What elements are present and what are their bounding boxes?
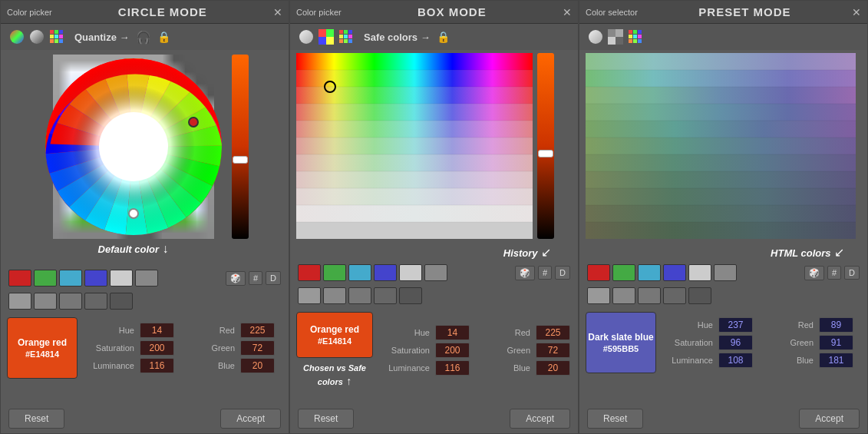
- swatch-gray3[interactable]: [59, 293, 82, 310]
- box-swatches-row2: [290, 284, 578, 307]
- preset-red-value[interactable]: [819, 317, 853, 333]
- preset-swatch-gray[interactable]: [688, 264, 711, 281]
- box-swatch-green[interactable]: [323, 264, 346, 281]
- preset-green-value[interactable]: [819, 335, 853, 350]
- box-accept-button[interactable]: Accept: [510, 409, 570, 429]
- circle-brightness-handle[interactable]: [233, 156, 248, 164]
- preset-color-preview[interactable]: Dark slate blue #595BB5: [586, 312, 656, 373]
- color-wheel-container[interactable]: Default color ↓: [41, 55, 226, 239]
- preset-swatch-blue[interactable]: [663, 264, 686, 281]
- svg-rect-60: [608, 37, 616, 45]
- swatch-gray5[interactable]: [110, 293, 133, 310]
- swatch-light-gray[interactable]: [110, 270, 133, 287]
- box-swatch-blue[interactable]: [374, 264, 397, 281]
- swatch-green[interactable]: [34, 270, 57, 287]
- circle-brightness-slider[interactable]: [232, 55, 249, 239]
- box-circle-mode-icon[interactable]: [298, 28, 315, 45]
- preset-swatch-gray4[interactable]: [663, 287, 686, 304]
- box-d-button[interactable]: D: [555, 266, 570, 280]
- box-brightness-slider[interactable]: [537, 53, 554, 239]
- box-hash-button[interactable]: #: [538, 266, 552, 280]
- box-color-preview-chosen[interactable]: Orange red #E14814: [296, 312, 373, 358]
- preset-reset-button[interactable]: Reset: [587, 409, 643, 429]
- box-close-button[interactable]: ✕: [563, 6, 572, 18]
- box-swatch-gray4[interactable]: [374, 287, 397, 304]
- circle-dice-button[interactable]: 🎲: [226, 271, 246, 286]
- svg-rect-68: [629, 39, 632, 43]
- preset-swatch-mid-gray[interactable]: [714, 264, 737, 281]
- box-swatch-teal[interactable]: [348, 264, 371, 281]
- preset-d-button[interactable]: D: [844, 266, 860, 280]
- box-swatch-gray3[interactable]: [348, 287, 371, 304]
- box-red-value[interactable]: [536, 325, 570, 340]
- box-swatch-red[interactable]: [298, 264, 321, 281]
- circle-accept-button[interactable]: Accept: [220, 409, 281, 429]
- preset-color-grid-svg[interactable]: [586, 53, 856, 239]
- preset-color-info: Dark slate blue #595BB5 Hue Red Saturati…: [579, 307, 867, 378]
- box-swatch-gray[interactable]: [399, 264, 422, 281]
- preset-swatch-gray5[interactable]: [688, 287, 711, 304]
- preset-swatch-gray1[interactable]: [587, 287, 610, 304]
- box-reset-button[interactable]: Reset: [298, 409, 354, 429]
- color-wheel-svg[interactable]: [41, 55, 226, 239]
- box-swatch-gray1[interactable]: [298, 287, 321, 304]
- box-color-grid[interactable]: [296, 53, 533, 242]
- circle-blue-value[interactable]: [240, 358, 275, 373]
- box-swatch-mid-gray[interactable]: [424, 264, 447, 281]
- preset-hash-button[interactable]: #: [827, 266, 841, 280]
- preset-blue-value[interactable]: [819, 353, 853, 368]
- preset-lum-label: Luminance: [662, 353, 716, 368]
- box-lum-value[interactable]: [435, 360, 470, 376]
- box-sat-value[interactable]: [435, 343, 470, 358]
- preset-accept-button[interactable]: Accept: [799, 409, 860, 429]
- circle-close-button[interactable]: ✕: [273, 6, 282, 18]
- preset-hue-value[interactable]: [718, 317, 753, 333]
- preset-lum-value[interactable]: [718, 353, 753, 368]
- preset-swatch-green[interactable]: [612, 264, 635, 281]
- circle-red-value[interactable]: [240, 323, 275, 338]
- grid-mode-icon[interactable]: [48, 28, 65, 45]
- box-color-grid-svg[interactable]: [296, 53, 533, 239]
- box-color-mode-icon[interactable]: [318, 28, 335, 45]
- box-blue-label: Blue: [480, 360, 533, 376]
- preset-sat-value[interactable]: [718, 335, 753, 350]
- preset-swatch-gray3[interactable]: [638, 287, 661, 304]
- swatch-mid-gray[interactable]: [135, 270, 158, 287]
- box-blue-value[interactable]: [536, 360, 570, 376]
- box-swatch-gray5[interactable]: [399, 287, 422, 304]
- box-swatch-gray2[interactable]: [323, 287, 346, 304]
- preset-gray-icon[interactable]: [607, 28, 624, 45]
- preset-grid-area[interactable]: [579, 50, 867, 245]
- preset-swatch-teal[interactable]: [638, 264, 661, 281]
- preset-circle-icon[interactable]: [587, 28, 604, 45]
- circle-hash-button[interactable]: #: [249, 271, 262, 285]
- swatch-gray4[interactable]: [84, 293, 107, 310]
- svg-rect-39: [296, 104, 533, 121]
- swatch-gray2[interactable]: [34, 293, 57, 310]
- preset-close-button[interactable]: ✕: [852, 6, 861, 18]
- box-green-value[interactable]: [536, 343, 570, 358]
- circle-mode-icon[interactable]: [8, 28, 25, 45]
- circle-color-preview[interactable]: Orange red #E14814: [7, 317, 78, 379]
- preset-swatch-gray2[interactable]: [612, 287, 635, 304]
- gray-mode-icon[interactable]: [28, 28, 45, 45]
- preset-dice-button[interactable]: 🎲: [804, 266, 824, 280]
- circle-d-button[interactable]: D: [266, 271, 281, 285]
- circle-green-value[interactable]: [240, 340, 275, 356]
- box-hue-value[interactable]: [435, 325, 470, 340]
- swatch-teal[interactable]: [59, 270, 82, 287]
- box-dice-button[interactable]: 🎲: [515, 266, 535, 280]
- circle-reset-button[interactable]: Reset: [8, 409, 64, 429]
- circle-lum-value[interactable]: [140, 358, 174, 373]
- circle-hue-value[interactable]: [140, 323, 174, 338]
- box-brightness-handle[interactable]: [538, 150, 553, 157]
- svg-rect-45: [296, 205, 533, 222]
- swatch-gray1[interactable]: [8, 293, 31, 310]
- swatch-red[interactable]: [8, 270, 31, 287]
- svg-rect-58: [608, 29, 616, 37]
- circle-sat-value[interactable]: [140, 340, 174, 356]
- swatch-blue[interactable]: [84, 270, 107, 287]
- preset-swatch-red[interactable]: [587, 264, 610, 281]
- preset-grid-icon[interactable]: [627, 28, 644, 45]
- box-grid-mode-icon[interactable]: [338, 28, 355, 45]
